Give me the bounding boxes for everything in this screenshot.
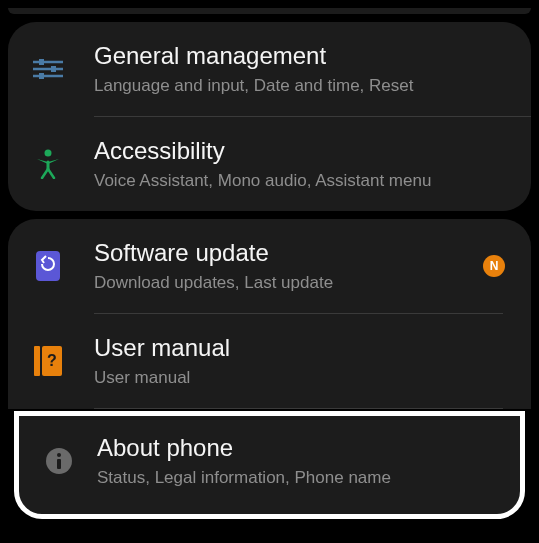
divider (94, 408, 503, 409)
highlighted-setting: About phone Status, Legal information, P… (14, 411, 525, 519)
setting-content: About phone Status, Legal information, P… (97, 432, 498, 490)
sliders-icon (30, 53, 66, 85)
setting-title: User manual (94, 332, 509, 363)
info-icon (41, 445, 77, 477)
setting-software-update[interactable]: Software update Download updates, Last u… (8, 219, 531, 313)
setting-title: About phone (97, 432, 498, 463)
accessibility-icon (30, 148, 66, 180)
setting-about-phone[interactable]: About phone Status, Legal information, P… (19, 418, 520, 504)
svg-rect-10 (36, 251, 60, 281)
setting-subtitle: Download updates, Last update (94, 271, 483, 295)
setting-title: Software update (94, 237, 483, 268)
setting-general-management[interactable]: General management Language and input, D… (8, 22, 531, 116)
manual-icon: ? (30, 345, 66, 377)
setting-content: User manual User manual (94, 332, 509, 390)
setting-user-manual[interactable]: ? User manual User manual (8, 314, 531, 408)
svg-rect-11 (34, 346, 40, 376)
settings-card-partial (8, 8, 531, 14)
update-icon (30, 250, 66, 282)
svg-rect-3 (51, 66, 56, 72)
setting-title: Accessibility (94, 135, 509, 166)
setting-subtitle: Voice Assistant, Mono audio, Assistant m… (94, 169, 509, 193)
setting-content: General management Language and input, D… (94, 40, 509, 98)
setting-accessibility[interactable]: Accessibility Voice Assistant, Mono audi… (8, 117, 531, 211)
settings-card-general: General management Language and input, D… (8, 22, 531, 211)
settings-card-system: Software update Download updates, Last u… (8, 219, 531, 409)
svg-point-6 (45, 149, 52, 156)
setting-subtitle: Status, Legal information, Phone name (97, 466, 498, 490)
setting-title: General management (94, 40, 509, 71)
notification-badge: N (483, 255, 505, 277)
setting-content: Accessibility Voice Assistant, Mono audi… (94, 135, 509, 193)
svg-rect-1 (39, 59, 44, 65)
setting-subtitle: Language and input, Date and time, Reset (94, 74, 509, 98)
svg-rect-16 (57, 459, 61, 469)
svg-line-8 (42, 169, 48, 178)
svg-text:?: ? (47, 352, 57, 369)
setting-subtitle: User manual (94, 366, 509, 390)
svg-line-9 (48, 169, 54, 178)
setting-content: Software update Download updates, Last u… (94, 237, 483, 295)
svg-point-15 (57, 453, 61, 457)
svg-rect-5 (39, 73, 44, 79)
